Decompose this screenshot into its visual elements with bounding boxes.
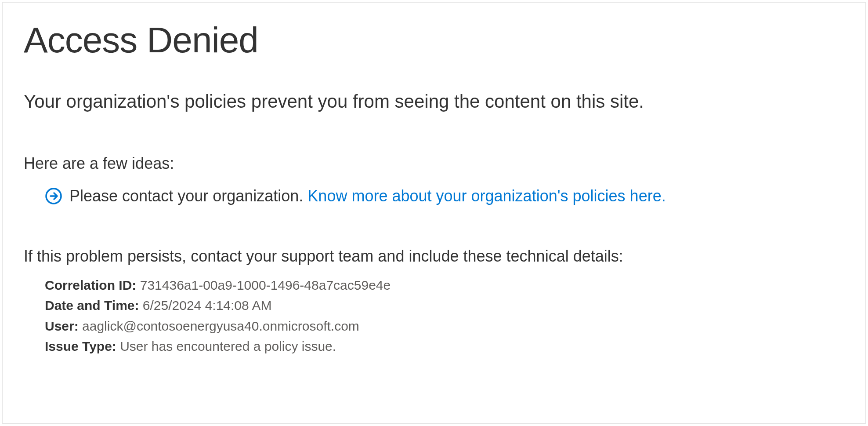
issuetype-label: Issue Type: — [45, 339, 116, 353]
correlation-id-value: 731436a1-00a9-1000-1496-48a7cac59e4e — [140, 278, 391, 292]
access-denied-panel: Access Denied Your organization's polici… — [2, 2, 866, 424]
page-title: Access Denied — [24, 20, 844, 60]
subtitle-text: Your organization's policies prevent you… — [24, 90, 844, 114]
policy-link[interactable]: Know more about your organization's poli… — [307, 187, 665, 205]
user-label: User: — [45, 319, 79, 333]
arrow-right-circle-icon — [45, 187, 62, 205]
datetime-label: Date and Time: — [45, 298, 139, 313]
datetime-value: 6/25/2024 4:14:08 AM — [143, 298, 272, 313]
persist-heading: If this problem persists, contact your s… — [24, 247, 844, 266]
ideas-heading: Here are a few ideas: — [24, 154, 844, 173]
detail-issuetype: Issue Type: User has encountered a polic… — [45, 336, 844, 357]
detail-user: User: aaglick@contosoenergyusa40.onmicro… — [45, 316, 844, 337]
idea-text: Please contact your organization. — [69, 187, 303, 205]
detail-datetime: Date and Time: 6/25/2024 4:14:08 AM — [45, 295, 844, 316]
technical-details: Correlation ID: 731436a1-00a9-1000-1496-… — [45, 275, 844, 357]
detail-correlation: Correlation ID: 731436a1-00a9-1000-1496-… — [45, 275, 844, 296]
idea-row: Please contact your organization. Know m… — [45, 186, 844, 207]
user-value: aaglick@contosoenergyusa40.onmicrosoft.c… — [82, 319, 359, 333]
correlation-id-label: Correlation ID: — [45, 278, 136, 292]
issuetype-value: User has encountered a policy issue. — [120, 339, 336, 353]
